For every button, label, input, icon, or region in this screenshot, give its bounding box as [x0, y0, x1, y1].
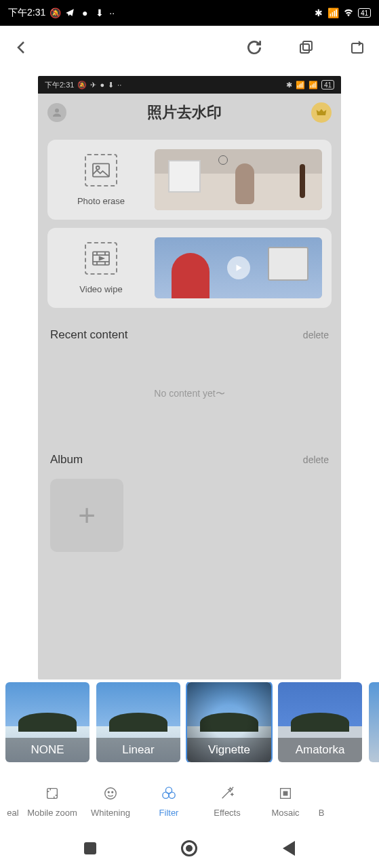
signal-icon: 📶 — [296, 81, 305, 90]
svg-rect-0 — [300, 44, 309, 53]
content-preview: 下午2:31 🔕 ✈ ● ⬇ ·· ✱ 📶 📶 41 照片去水印 Photo — [38, 76, 341, 679]
tool-partial-left[interactable]: eal — [3, 783, 23, 818]
android-nav-bar — [0, 829, 379, 868]
telegram-icon: ✈ — [90, 81, 96, 90]
tool-label: Mosaic — [256, 808, 315, 818]
share-button[interactable] — [348, 38, 367, 57]
recent-delete-button[interactable]: delete — [303, 330, 329, 340]
photo-icon — [85, 154, 117, 186]
wifi-icon: 📶 — [308, 81, 318, 90]
tool-icon — [81, 783, 140, 804]
copy-button[interactable] — [296, 38, 315, 57]
premium-badge[interactable] — [311, 102, 332, 123]
album-section-header: Album delete — [38, 441, 341, 479]
svg-rect-7 — [47, 788, 58, 798]
back-nav-button[interactable] — [278, 837, 300, 859]
filter-thumb-none[interactable]: NONE — [5, 682, 89, 762]
album-add-button[interactable]: + — [50, 479, 123, 552]
battery-icon: 41 — [321, 80, 334, 90]
status-time: 下午2:31 — [8, 7, 45, 19]
download-icon: ⬇ — [94, 7, 105, 18]
more-icon: ·· — [109, 7, 115, 18]
bottom-tool-bar: ealMobile zoomWhiteningFilterEffectsMosa… — [0, 773, 379, 827]
album-delete-button[interactable]: delete — [303, 454, 329, 465]
tool-label: Filter — [140, 808, 198, 818]
filter-thumb-amatorka[interactable]: Amatorka — [278, 682, 362, 762]
telegram-icon — [64, 7, 75, 18]
filter-thumb-vignette[interactable]: Vignette — [187, 682, 271, 762]
refresh-button[interactable] — [245, 38, 264, 57]
tool-effects[interactable]: Effects — [198, 783, 256, 818]
photo-preview-thumbnail — [155, 149, 322, 210]
back-button[interactable] — [12, 38, 31, 57]
tool-label: Whitening — [81, 808, 140, 818]
svg-point-9 — [108, 791, 109, 793]
plus-icon: + — [78, 498, 96, 532]
filter-thumb-linear[interactable]: Linear — [96, 682, 180, 762]
svg-rect-2 — [352, 43, 363, 53]
video-wipe-card[interactable]: Video wipe — [47, 228, 332, 308]
bluetooth-icon: ✱ — [286, 81, 292, 90]
tool-label: Effects — [198, 808, 256, 818]
device-status-bar: 下午2:31 🔕 ● ⬇ ·· ✱ 📶 41 — [0, 0, 379, 26]
tool-label: Mobile zoom — [23, 808, 81, 818]
svg-rect-1 — [303, 41, 312, 50]
video-preview-thumbnail — [155, 237, 322, 298]
inner-app-header: 照片去水印 — [38, 94, 341, 132]
home-button[interactable] — [178, 837, 200, 859]
app-toolbar — [0, 26, 379, 69]
filter-label: NONE — [5, 738, 89, 762]
tool-icon — [256, 783, 315, 804]
tool-partial-right[interactable]: B — [315, 783, 328, 818]
photo-erase-card[interactable]: Photo erase — [47, 140, 332, 220]
battery-icon: 41 — [358, 8, 371, 18]
play-icon — [227, 256, 250, 279]
recent-empty-text: No content yet〜 — [38, 354, 341, 441]
tool-icon — [140, 783, 198, 804]
filter-label: Linear — [96, 738, 180, 762]
video-wipe-label: Video wipe — [57, 284, 145, 294]
filter-label: Amatorka — [278, 738, 362, 762]
tool-whitening[interactable]: Whitening — [81, 783, 140, 818]
tool-icon — [198, 783, 256, 804]
chat-icon: ● — [79, 7, 90, 18]
mute-icon: 🔕 — [49, 7, 60, 18]
bluetooth-icon: ✱ — [313, 7, 324, 18]
more-icon: ·· — [117, 81, 121, 89]
chat-icon: ● — [100, 81, 104, 89]
svg-point-10 — [112, 791, 113, 793]
tool-mobile-zoom[interactable]: Mobile zoom — [23, 783, 81, 818]
inner-status-bar: 下午2:31 🔕 ✈ ● ⬇ ·· ✱ 📶 📶 41 — [38, 76, 341, 94]
video-icon — [85, 242, 117, 275]
svg-rect-15 — [283, 791, 287, 795]
mute-icon: 🔕 — [77, 81, 87, 90]
photo-erase-label: Photo erase — [57, 196, 145, 206]
filter-label: Vignette — [187, 738, 271, 762]
svg-point-13 — [169, 792, 175, 798]
signal-icon: 📶 — [328, 7, 339, 18]
svg-point-5 — [96, 166, 100, 170]
page-title: 照片去水印 — [57, 102, 311, 123]
tool-mosaic[interactable]: Mosaic — [256, 783, 315, 818]
recents-button[interactable] — [79, 837, 101, 859]
download-icon: ⬇ — [108, 81, 114, 90]
filter-strip[interactable]: NONELinearVignetteAmatorka — [0, 682, 379, 762]
recent-section-header: Recent content delete — [38, 316, 341, 354]
tool-filter[interactable]: Filter — [140, 783, 198, 818]
recent-title: Recent content — [50, 328, 127, 342]
filter-thumb-partial[interactable] — [369, 682, 379, 762]
tool-icon — [23, 783, 81, 804]
wifi-icon — [343, 7, 354, 18]
album-title: Album — [50, 453, 83, 467]
svg-point-8 — [105, 787, 117, 799]
svg-point-12 — [163, 792, 169, 798]
